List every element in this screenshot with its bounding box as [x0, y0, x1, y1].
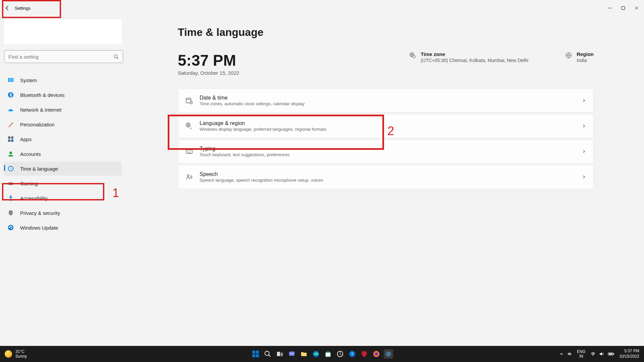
timezone-label: Time zone [421, 51, 528, 57]
chevron-right-icon [582, 149, 586, 154]
taskbar-help[interactable]: ? [347, 349, 357, 359]
taskbar-store[interactable] [323, 349, 333, 359]
svg-rect-11 [8, 139, 10, 142]
taskbar-mcafee[interactable] [360, 349, 369, 359]
svg-point-30 [187, 151, 188, 152]
card-title: Speech [200, 171, 323, 177]
svg-rect-5 [8, 78, 13, 81]
svg-point-20 [8, 225, 13, 230]
start-button[interactable] [251, 349, 260, 359]
nav-label: Gaming [20, 181, 38, 186]
battery-icon [608, 352, 614, 356]
taskbar-app1[interactable] [335, 349, 345, 359]
card-title: Date & time [200, 95, 305, 101]
language-region-icon: A [185, 122, 193, 130]
sidebar-item-system[interactable]: System [4, 73, 122, 87]
sidebar-item-privacy[interactable]: Privacy & security [4, 206, 122, 220]
sidebar-item-network[interactable]: Network & internet [4, 103, 122, 117]
region-block: Region India [565, 51, 594, 63]
user-area [4, 19, 122, 44]
svg-rect-47 [326, 352, 331, 357]
svg-point-7 [10, 111, 11, 112]
card-date-time[interactable]: Date & time Time zones, automatic clock … [178, 88, 594, 113]
card-speech[interactable]: Speech Speech language, speech recogniti… [178, 165, 594, 189]
card-language-region[interactable]: A Language & region Windows display lang… [178, 114, 594, 138]
sidebar-item-accounts[interactable]: Accounts [4, 147, 122, 161]
maximize-button[interactable] [620, 5, 627, 11]
nav-label: Time & language [20, 166, 58, 172]
accessibility-icon [7, 195, 14, 201]
close-button[interactable] [633, 5, 640, 11]
svg-point-54 [593, 355, 593, 356]
svg-point-53 [387, 353, 389, 355]
search-input[interactable] [8, 54, 113, 60]
privacy-icon [7, 209, 14, 216]
keyboard-icon [185, 148, 193, 155]
bluetooth-icon [7, 92, 14, 98]
app-title: Settings [15, 6, 31, 11]
page-title: Time & language [178, 26, 594, 39]
shield-icon [361, 350, 368, 358]
sidebar-item-accessibility[interactable]: Accessibility [4, 191, 122, 205]
sidebar: System Bluetooth & devices Network & int… [0, 16, 126, 346]
weather-temp: 31°C [15, 349, 27, 354]
tray-icons[interactable] [559, 352, 572, 356]
sidebar-item-bluetooth[interactable]: Bluetooth & devices [4, 88, 122, 102]
lang-line1: ENG [577, 349, 586, 354]
taskbar-chat[interactable] [287, 349, 297, 359]
speech-icon [185, 173, 193, 181]
svg-rect-38 [256, 354, 259, 357]
taskbar-clock[interactable]: 5:37 PM 10/15/2022 [619, 349, 639, 359]
current-date: Saturday, October 15, 2022 [178, 70, 239, 76]
svg-point-34 [187, 175, 189, 177]
current-time: 5:37 PM [178, 51, 239, 69]
sidebar-item-gaming[interactable]: Gaming [4, 176, 122, 190]
svg-rect-42 [281, 353, 283, 356]
svg-point-19 [10, 195, 11, 197]
card-subtitle: Time zones, automatic clock settings, ca… [200, 101, 305, 106]
date-time-icon [185, 97, 193, 104]
personalization-icon [7, 121, 14, 128]
svg-rect-56 [613, 353, 614, 355]
card-title: Typing [200, 146, 290, 152]
sidebar-item-personalization[interactable]: Personalization [4, 117, 122, 131]
taskbar-taskview[interactable] [275, 349, 284, 359]
sidebar-item-time-language[interactable]: Time & language [4, 162, 122, 176]
svg-rect-37 [252, 354, 255, 357]
taskbar-settings[interactable] [384, 349, 393, 359]
clock-time: 5:37 PM [619, 349, 639, 354]
taskbar-edge[interactable] [311, 349, 321, 359]
titlebar: Settings [0, 0, 644, 16]
card-typing[interactable]: Typing Touch keyboard, text suggestions,… [178, 139, 594, 164]
update-icon [7, 224, 14, 231]
sidebar-item-update[interactable]: Windows Update [4, 221, 122, 235]
svg-rect-10 [11, 136, 13, 139]
globe-icon [565, 52, 572, 59]
circle-icon [336, 350, 344, 358]
taskbar-search[interactable] [263, 349, 272, 359]
sidebar-item-apps[interactable]: Apps [4, 132, 122, 146]
back-button[interactable] [4, 5, 11, 11]
taskbar-firefox[interactable] [372, 349, 381, 359]
wifi-icon [590, 352, 596, 356]
nav-label: Windows Update [20, 225, 58, 231]
svg-point-39 [265, 351, 269, 356]
gear-icon [385, 350, 392, 358]
maximize-icon [621, 6, 625, 10]
language-indicator[interactable]: ENG IN [577, 349, 586, 359]
search-box[interactable] [4, 50, 123, 63]
system-tray[interactable] [590, 352, 614, 356]
nav-label: Bluetooth & devices [20, 92, 65, 98]
region-value: India [577, 58, 594, 63]
edge-icon [312, 350, 320, 358]
taskbar-explorer[interactable] [299, 349, 309, 359]
nav-label: Accounts [20, 151, 41, 157]
search-icon [113, 54, 119, 59]
minimize-button[interactable] [606, 5, 613, 11]
nav-label: Apps [20, 136, 32, 142]
minimize-icon [608, 6, 612, 10]
sun-icon [5, 350, 12, 358]
nav-label: Privacy & security [20, 210, 60, 216]
help-icon: ? [348, 350, 356, 358]
taskbar-weather[interactable]: 31°C Sunny [5, 349, 27, 359]
